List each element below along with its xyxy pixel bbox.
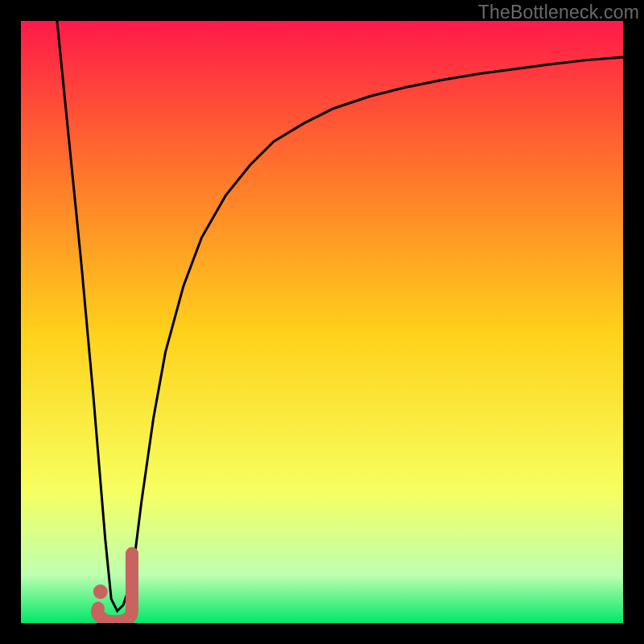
optimum-marker-dot [93, 584, 108, 599]
bottleneck-chart [21, 21, 623, 623]
gradient-background [21, 21, 623, 623]
plot-area [21, 21, 623, 623]
watermark-text: TheBottleneck.com [478, 2, 639, 23]
chart-frame: TheBottleneck.com [0, 0, 644, 644]
